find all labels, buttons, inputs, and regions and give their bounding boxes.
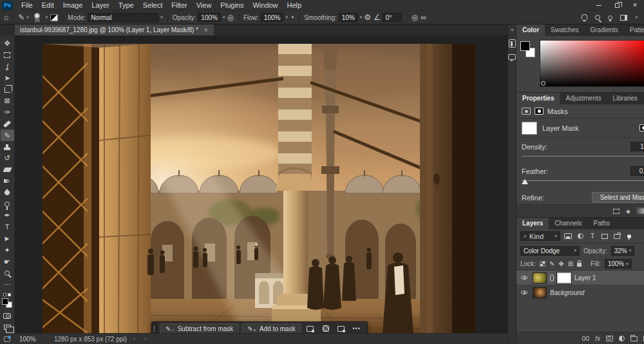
menu-image[interactable]: Image (59, 0, 88, 11)
layer-thumbnail[interactable] (533, 287, 547, 298)
lock-artboard-icon[interactable]: ⊞ (568, 260, 573, 267)
tab-color[interactable]: Color (516, 24, 545, 36)
menu-layer[interactable]: Layer (87, 0, 114, 11)
filter-shape-layers-icon[interactable] (600, 234, 609, 239)
notifications-bell-icon[interactable] (582, 14, 587, 19)
tab-swatches[interactable]: Swatches (545, 24, 584, 36)
color-swatch-pair[interactable] (520, 40, 536, 87)
filter-adjustment-layers-icon[interactable] (576, 233, 585, 239)
apply-mask-icon[interactable]: ◈ (626, 208, 630, 215)
clone-stamp-tool[interactable] (1, 141, 14, 153)
filter-toggle-pin-icon[interactable] (625, 234, 634, 238)
density-slider[interactable] (522, 155, 644, 161)
tab-paths[interactable]: Paths (588, 218, 616, 229)
frame-tool[interactable]: ⊠ (1, 95, 14, 107)
select-subject-button[interactable] (304, 323, 317, 333)
color-sample-point[interactable] (541, 81, 545, 86)
airbrush-icon[interactable]: ◔ (290, 14, 294, 21)
layer-mask-thumbnail[interactable] (557, 272, 571, 283)
pressure-opacity-icon[interactable]: ◎ (227, 14, 233, 21)
marquee-tool[interactable] (1, 50, 14, 61)
mask-visibility-button[interactable] (637, 207, 644, 215)
tab-properties[interactable]: Properties (516, 93, 560, 104)
saturation-brightness-field[interactable] (540, 40, 644, 87)
canvas-area[interactable]: ✎₋ Subtract from mask ✎₊ Add to mask ••• (15, 35, 507, 333)
menu-filter[interactable]: Filter (167, 0, 191, 11)
dropdown-icon[interactable]: ▾ (46, 15, 48, 20)
taskbar-drag-handle[interactable] (152, 321, 157, 333)
menu-file[interactable]: File (17, 0, 37, 11)
subtract-from-mask-button[interactable]: ✎₋ Subtract from mask (160, 323, 239, 333)
workspace-switcher-icon[interactable] (620, 15, 627, 21)
feather-value-field[interactable]: 0.0 px (630, 166, 644, 176)
dropdown-icon[interactable]: ▾ (635, 15, 638, 20)
restore-button[interactable] (608, 0, 626, 11)
lock-transparency-icon[interactable] (540, 261, 545, 267)
new-group-icon[interactable] (630, 336, 638, 341)
mask-link-icon[interactable] (550, 274, 554, 282)
foreground-background-colors[interactable] (2, 298, 12, 308)
fill-field[interactable]: 100% ▾ (605, 259, 632, 269)
brush-size-picker[interactable]: 59 (32, 12, 43, 23)
brush-angle-input[interactable]: 0° (383, 13, 402, 22)
layer-visibility-toggle[interactable] (519, 276, 529, 280)
layers-opacity-field[interactable]: 32% ▾ (611, 246, 635, 256)
tab-layers[interactable]: Layers (516, 218, 549, 229)
menu-type[interactable]: Type (114, 0, 138, 11)
layer-visibility-toggle[interactable] (519, 291, 529, 294)
zoom-level-field[interactable]: 100% (19, 336, 48, 343)
blend-mode-select[interactable]: Normal (88, 13, 158, 22)
menu-view[interactable]: View (192, 0, 216, 11)
taskbar-more-button[interactable]: ••• (350, 323, 363, 333)
path-selection-tool[interactable]: ► (1, 233, 14, 245)
brush-tool[interactable]: ✎ (1, 129, 14, 141)
pixel-mask-icon[interactable] (522, 108, 531, 115)
density-value-field[interactable]: 100% (630, 142, 644, 151)
tab-gradients[interactable]: Gradients (584, 24, 623, 36)
close-button[interactable]: ✕ (626, 0, 644, 11)
move-tool[interactable]: ✥ (1, 38, 14, 50)
hand-tool[interactable]: ☛ (1, 256, 14, 267)
lock-position-icon[interactable]: ✥ (558, 260, 564, 267)
type-tool[interactable]: T (1, 222, 14, 233)
pressure-size-icon[interactable]: ◎ (412, 14, 418, 21)
feather-slider[interactable] (522, 179, 644, 186)
foreground-color-swatch[interactable] (2, 298, 8, 305)
blend-mode-select[interactable]: Color Dodge ▾ (520, 246, 580, 256)
select-and-mask-button[interactable]: Select and Mask... (592, 192, 644, 203)
dropdown-icon[interactable]: ▾ (360, 15, 363, 20)
gradient-tool[interactable] (1, 176, 14, 187)
document-tab[interactable]: istanbul-9939687_1280.jpg @ 100% (Layer … (15, 24, 214, 35)
eraser-tool[interactable] (1, 164, 14, 176)
filter-type-layers-icon[interactable]: T (588, 233, 597, 240)
dodge-tool[interactable] (1, 198, 14, 210)
add-layer-mask-icon[interactable] (606, 336, 613, 341)
smoothing-input[interactable]: 10% (339, 13, 358, 22)
layer-filter-kind-select[interactable]: ⌕ Kind ▾ (520, 231, 560, 241)
history-brush-tool[interactable]: ↺ (1, 153, 14, 164)
lock-all-icon[interactable] (577, 263, 582, 267)
filter-smart-objects-icon[interactable] (612, 234, 621, 239)
layer-name[interactable]: Background (550, 289, 644, 296)
dropdown-icon[interactable]: ▾ (285, 15, 288, 20)
expand-panels-icon[interactable]: « (511, 26, 514, 33)
layer-name[interactable]: Layer 1 (574, 274, 596, 282)
quick-mask-button[interactable] (1, 311, 14, 322)
filter-pixel-layers-icon[interactable] (564, 233, 573, 239)
menu-window[interactable]: Window (248, 0, 282, 11)
minimize-button[interactable] (590, 0, 608, 11)
link-layers-icon[interactable] (582, 336, 589, 341)
dropdown-icon[interactable]: ▾ (160, 15, 163, 20)
invert-mask-button[interactable] (319, 323, 332, 333)
default-swap-colors[interactable] (3, 293, 11, 296)
brush-settings-panel-icon[interactable] (50, 14, 58, 21)
blur-tool[interactable] (1, 187, 14, 198)
search-icon[interactable] (595, 15, 600, 20)
tab-channels[interactable]: Channels (549, 218, 587, 229)
smoothing-options-gear-icon[interactable]: ⚙ (364, 14, 371, 21)
tab-patterns[interactable]: Patterns (624, 24, 644, 36)
shape-tool[interactable]: ✦ (1, 244, 14, 256)
add-to-mask-button[interactable]: ✎₊ Add to mask (242, 323, 301, 333)
flow-input[interactable]: 100% (261, 13, 284, 22)
pen-tool[interactable]: ✒ (1, 210, 14, 222)
